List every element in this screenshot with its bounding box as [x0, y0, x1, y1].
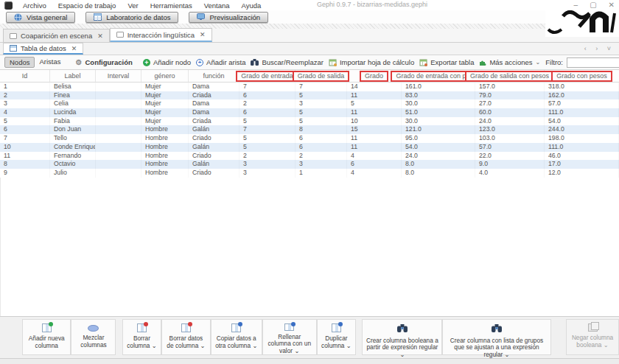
- table-cell[interactable]: 3: [239, 160, 295, 169]
- table-cell[interactable]: Celia: [50, 99, 96, 108]
- table-row[interactable]: 8OctavioHombreGalán3368.09.017.0: [0, 160, 619, 169]
- table-cell[interactable]: 161.0: [402, 83, 475, 91]
- table-cell[interactable]: 12.0: [545, 169, 619, 178]
- table-cell[interactable]: Lucinda: [50, 108, 96, 117]
- perspective-button-previsualización[interactable]: Previsualización: [189, 12, 268, 23]
- table-cell[interactable]: 3: [239, 169, 295, 178]
- table-cell[interactable]: 95.0: [402, 134, 475, 143]
- table-cell[interactable]: 5: [239, 134, 295, 143]
- table-cell[interactable]: 24.0: [402, 152, 475, 161]
- table-cell[interactable]: Octavio: [50, 160, 96, 169]
- crear-columna-booleana-a-partir-de-expresión-regular-button[interactable]: Crear columna booleana a partir de expre…: [362, 319, 442, 355]
- table-cell[interactable]: 6: [239, 108, 295, 117]
- table-cell[interactable]: 22.0: [475, 152, 545, 161]
- table-cell[interactable]: 198.0: [545, 134, 619, 143]
- table-cell[interactable]: 9: [0, 169, 50, 178]
- table-row[interactable]: 1BelisaMujerDama7714161.0157.0318.0: [0, 83, 619, 91]
- table-cell[interactable]: 5: [295, 117, 347, 126]
- table-cell[interactable]: 111.0: [545, 143, 619, 152]
- table-cell[interactable]: [96, 152, 141, 161]
- column-header-grado-con-pesos[interactable]: Grado con pesos: [545, 70, 619, 82]
- menu-archivo[interactable]: Archivo: [23, 1, 46, 10]
- borrar-datos-de-columna-button[interactable]: Borrar datos de columna ⌄: [161, 319, 210, 355]
- menu-herramientas[interactable]: Herramientas: [150, 1, 192, 10]
- find-replace-button[interactable]: Buscar/Reemplazar: [251, 58, 323, 66]
- table-cell[interactable]: 10: [0, 143, 50, 152]
- table-cell[interactable]: Criada: [189, 117, 239, 126]
- table-cell[interactable]: Finea: [50, 91, 96, 100]
- table-cell[interactable]: 111.0: [545, 108, 619, 117]
- table-cell[interactable]: Mujer: [141, 99, 189, 108]
- table-cell[interactable]: 8: [0, 160, 50, 169]
- table-cell[interactable]: [96, 99, 141, 108]
- table-cell[interactable]: 7: [239, 83, 295, 91]
- table-cell[interactable]: 11: [0, 152, 50, 161]
- table-cell[interactable]: 30.0: [402, 117, 475, 126]
- table-cell[interactable]: Hombre: [141, 143, 189, 152]
- close-icon[interactable]: ✕: [71, 45, 77, 52]
- table-cell[interactable]: 6: [347, 160, 402, 169]
- table-cell[interactable]: 5: [295, 108, 347, 117]
- close-icon[interactable]: ✕: [200, 31, 206, 38]
- table-cell[interactable]: 46.0: [545, 152, 619, 161]
- table-cell[interactable]: Galán: [189, 143, 239, 152]
- table-cell[interactable]: 17.0: [545, 160, 619, 169]
- table-cell[interactable]: 6: [239, 91, 295, 100]
- table-cell[interactable]: Fernando: [50, 152, 96, 161]
- import-spreadsheet-button[interactable]: Importar hoja de cálculo: [329, 58, 414, 66]
- table-cell[interactable]: 123.0: [475, 125, 545, 134]
- table-cell[interactable]: 4: [347, 152, 402, 161]
- table-cell[interactable]: 27.0: [475, 99, 545, 108]
- table-cell[interactable]: Mujer: [141, 83, 189, 91]
- rellenar-columna-con-un-valor-button[interactable]: Rellenar columna con un valor ⌄: [262, 319, 317, 355]
- column-header-id[interactable]: Id: [0, 70, 50, 82]
- negar-columna-booleana-button[interactable]: Negar columna booleana ⌄: [566, 319, 619, 355]
- close-icon[interactable]: ✕: [609, 1, 615, 9]
- workspace-tab-interacción-lingüística[interactable]: Interacción lingüística✕: [110, 28, 212, 42]
- table-cell[interactable]: [96, 117, 141, 126]
- table-row[interactable]: 5FabiaMujerCriada551030.024.054.0: [0, 117, 619, 126]
- filter-input[interactable]: [567, 57, 619, 68]
- close-icon[interactable]: ✕: [97, 32, 103, 40]
- table-cell[interactable]: Dama: [189, 108, 239, 117]
- table-row[interactable]: 3CeliaMujerDama23530.027.057.0: [0, 99, 619, 108]
- table-cell[interactable]: 7: [295, 83, 347, 91]
- table-cell[interactable]: 157.0: [475, 83, 545, 91]
- edges-toggle-button[interactable]: Aristas: [35, 57, 65, 68]
- table-cell[interactable]: 5: [347, 99, 402, 108]
- table-cell[interactable]: [96, 160, 141, 169]
- table-cell[interactable]: Criado: [189, 134, 239, 143]
- minimize-icon[interactable]: –: [574, 1, 578, 9]
- table-cell[interactable]: 162.0: [545, 91, 619, 100]
- table-cell[interactable]: Criada: [189, 91, 239, 100]
- table-cell[interactable]: Criado: [189, 152, 239, 161]
- table-row[interactable]: 2FineaMujerCriada651183.079.0162.0: [0, 91, 619, 100]
- table-cell[interactable]: 7: [239, 125, 295, 134]
- table-cell[interactable]: 60.0: [475, 108, 545, 117]
- table-cell[interactable]: Hombre: [141, 169, 189, 178]
- table-cell[interactable]: 11: [347, 91, 402, 100]
- table-row[interactable]: 11FernandoHombreCriado22424.022.046.0: [0, 152, 619, 161]
- table-cell[interactable]: 5: [239, 143, 295, 152]
- table-cell[interactable]: 11: [347, 143, 402, 152]
- configuration-button[interactable]: ⚙ Configuración: [76, 58, 133, 66]
- table-cell[interactable]: 57.0: [475, 143, 545, 152]
- column-header-grado-de-entrada[interactable]: Grado de entrada: [239, 70, 295, 82]
- table-cell[interactable]: 57.0: [545, 99, 619, 108]
- table-cell[interactable]: Dama: [189, 99, 239, 108]
- table-cell[interactable]: 79.0: [475, 91, 545, 100]
- menu-ayuda[interactable]: Ayuda: [242, 1, 262, 10]
- table-cell[interactable]: Fabia: [50, 117, 96, 126]
- table-cell[interactable]: Belisa: [50, 83, 96, 91]
- add-node-button[interactable]: + Añadir nodo: [143, 58, 191, 66]
- table-cell[interactable]: Galán: [189, 160, 239, 169]
- table-cell[interactable]: Hombre: [141, 125, 189, 134]
- table-cell[interactable]: 4: [0, 108, 50, 117]
- table-cell[interactable]: 121.0: [402, 125, 475, 134]
- crear-columna-con-lista-de-grupos-que-se-ajustan-a-una-expresión-regular-button[interactable]: Crear columna con lista de grupos que se…: [442, 319, 550, 355]
- table-cell[interactable]: 11: [347, 134, 402, 143]
- table-cell[interactable]: Criado: [189, 169, 239, 178]
- borrar-columna-button[interactable]: Borrar columna ⌄: [122, 319, 162, 355]
- table-cell[interactable]: 2: [239, 152, 295, 161]
- table-cell[interactable]: 5: [0, 117, 50, 126]
